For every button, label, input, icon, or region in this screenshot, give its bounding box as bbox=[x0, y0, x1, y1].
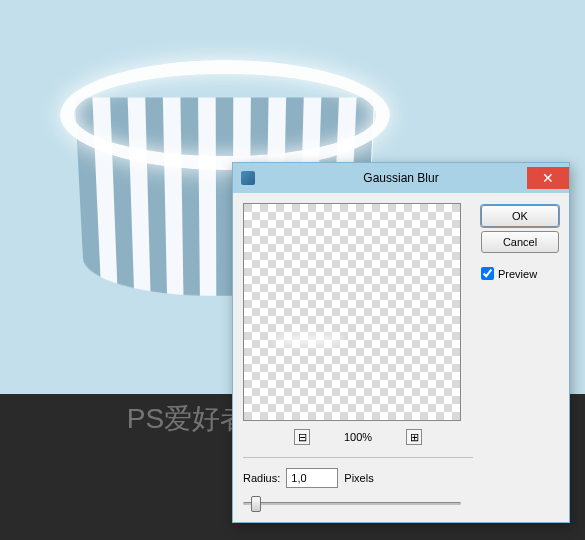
dialog-titlebar[interactable]: Gaussian Blur ✕ bbox=[233, 163, 569, 193]
zoom-level: 100% bbox=[338, 431, 378, 443]
preview-checkbox-label: Preview bbox=[498, 268, 537, 280]
close-icon: ✕ bbox=[542, 170, 554, 186]
radius-slider[interactable] bbox=[243, 494, 461, 512]
preview-checkbox[interactable] bbox=[481, 267, 494, 280]
close-button[interactable]: ✕ bbox=[527, 167, 569, 189]
filter-preview[interactable] bbox=[243, 203, 461, 421]
bowl-rim bbox=[60, 60, 390, 170]
radius-row: Radius: Pixels bbox=[243, 468, 473, 488]
preview-content bbox=[274, 334, 344, 346]
separator bbox=[243, 457, 473, 458]
dialog-body: ⊟ 100% ⊞ Radius: Pixels bbox=[233, 193, 569, 522]
dialog-title: Gaussian Blur bbox=[233, 171, 569, 185]
radius-label: Radius: bbox=[243, 472, 280, 484]
radius-input[interactable] bbox=[286, 468, 338, 488]
ok-button[interactable]: OK bbox=[481, 205, 559, 227]
cancel-button[interactable]: Cancel bbox=[481, 231, 559, 253]
dialog-right-column: OK Cancel Preview bbox=[481, 203, 559, 512]
preview-checkbox-row[interactable]: Preview bbox=[481, 267, 559, 280]
dialog-left-column: ⊟ 100% ⊞ Radius: Pixels bbox=[243, 203, 473, 512]
slider-thumb[interactable] bbox=[251, 496, 261, 512]
zoom-controls: ⊟ 100% ⊞ bbox=[243, 429, 473, 445]
slider-track-line bbox=[243, 502, 461, 505]
zoom-in-button[interactable]: ⊞ bbox=[406, 429, 422, 445]
gaussian-blur-dialog: Gaussian Blur ✕ ⊟ 100% ⊞ bbox=[232, 162, 570, 523]
radius-unit: Pixels bbox=[344, 472, 373, 484]
zoom-out-button[interactable]: ⊟ bbox=[294, 429, 310, 445]
minus-icon: ⊟ bbox=[298, 432, 307, 443]
canvas-background: PS爱好者 www.psahz.com Gaussian Blur ✕ ⊟ 10… bbox=[0, 0, 585, 540]
plus-icon: ⊞ bbox=[410, 432, 419, 443]
